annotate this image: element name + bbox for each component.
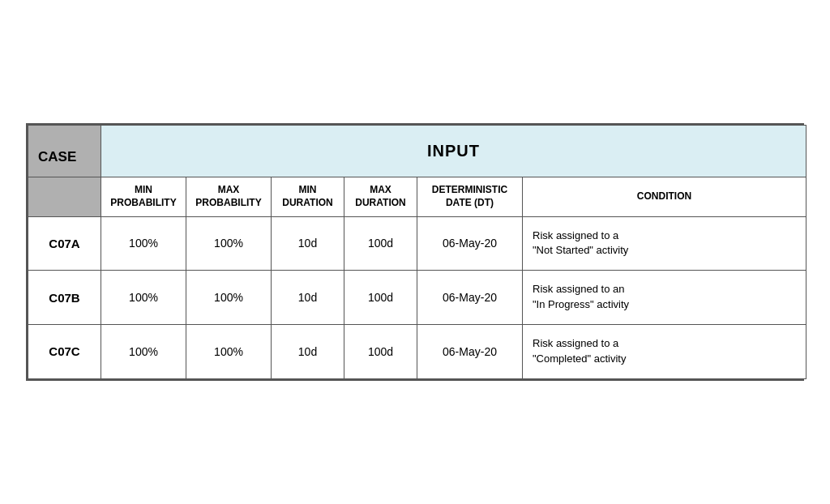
case-id-cell: C07B (28, 271, 101, 325)
min-prob-cell: 100% (101, 324, 186, 378)
data-table: CASE INPUT MIN PROBABILITY MAX PROBABILI… (28, 125, 806, 378)
det-date-cell: 06-May-20 (417, 324, 523, 378)
condition-cell: Risk assigned to a"Completed" activity (523, 324, 806, 378)
min-prob-cell: 100% (101, 216, 186, 271)
max-prob-header: MAX PROBABILITY (186, 177, 272, 216)
case-id-cell: C07A (28, 216, 101, 271)
header-row-main: CASE INPUT (28, 126, 806, 177)
table-row: C07C 100% 100% 10d 100d 06-May-20 Risk a… (28, 324, 806, 378)
input-label: INPUT (427, 142, 480, 160)
det-date-cell: 06-May-20 (417, 216, 523, 271)
det-date-header: DETERMINISTIC DATE (DT) (417, 177, 523, 216)
max-dur-header: MAX DURATION (344, 177, 417, 216)
max-dur-cell: 100d (344, 216, 417, 271)
det-date-cell: 06-May-20 (417, 271, 523, 325)
min-prob-cell: 100% (101, 271, 186, 325)
max-prob-cell: 100% (186, 216, 272, 271)
condition-cell: Risk assigned to an"In Progress" activit… (523, 271, 806, 325)
table-row: C07B 100% 100% 10d 100d 06-May-20 Risk a… (28, 271, 806, 325)
max-dur-cell: 100d (344, 324, 417, 378)
input-header-cell: INPUT (101, 126, 806, 177)
case-header-cell: CASE (28, 126, 101, 177)
case-label: CASE (38, 149, 76, 164)
min-dur-cell: 10d (272, 324, 344, 378)
max-prob-cell: 100% (186, 271, 272, 325)
min-dur-cell: 10d (272, 216, 344, 271)
min-prob-header: MIN PROBABILITY (101, 177, 186, 216)
table-row: C07A 100% 100% 10d 100d 06-May-20 Risk a… (28, 216, 806, 271)
main-table-wrapper: CASE INPUT MIN PROBABILITY MAX PROBABILI… (26, 123, 804, 380)
max-dur-cell: 100d (344, 271, 417, 325)
condition-header: CONDITION (523, 177, 806, 216)
max-prob-cell: 100% (186, 324, 272, 378)
condition-cell: Risk assigned to a"Not Started" activity (523, 216, 806, 271)
case-sub-header (28, 177, 101, 216)
min-dur-header: MIN DURATION (272, 177, 344, 216)
case-id-cell: C07C (28, 324, 101, 378)
min-dur-cell: 10d (272, 271, 344, 325)
header-row-sub: MIN PROBABILITY MAX PROBABILITY MIN DURA… (28, 177, 806, 216)
